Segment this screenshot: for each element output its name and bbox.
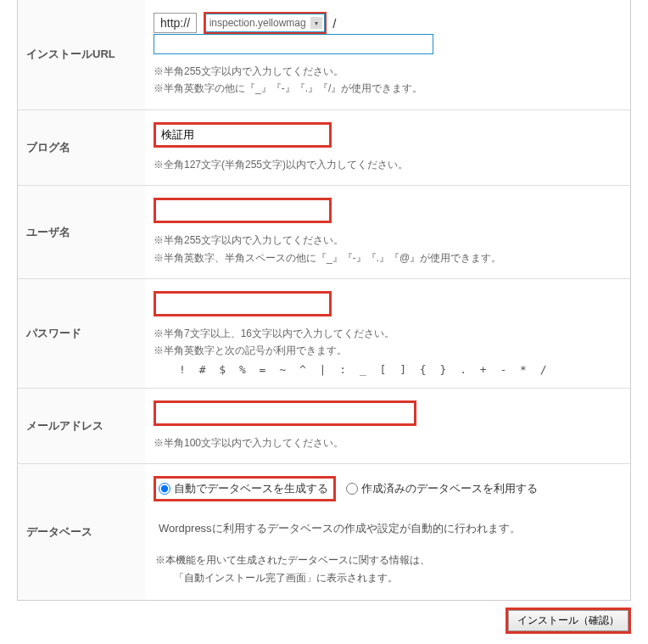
username-input[interactable]: [154, 198, 332, 223]
blog-name-input[interactable]: [154, 122, 332, 148]
path-separator: /: [332, 16, 336, 31]
domain-select[interactable]: inspection.yellowmag ▾: [204, 12, 327, 34]
email-hint: ※半角100文字以内で入力してください。: [154, 434, 622, 451]
row-value-password: ※半角7文字以上、16文字以内で入力してください。 ※半角英数字と次の記号が利用…: [145, 278, 630, 388]
row-value-email: ※半角100文字以内で入力してください。: [145, 388, 630, 463]
db-radio-existing[interactable]: [346, 483, 358, 495]
row-value-install-url: http:// inspection.yellowmag ▾ / ※半角255文…: [145, 0, 630, 109]
db-option-auto-label: 自動でデータベースを生成する: [174, 481, 328, 496]
database-radio-group: 自動でデータベースを生成する 作成済みのデータベースを利用する: [154, 476, 622, 501]
domain-select-value: inspection.yellowmag: [209, 17, 306, 29]
install-url-hint: ※半角255文字以内で入力してください。 ※半角英数字の他に『_』『-』『.』『…: [154, 63, 622, 98]
password-input[interactable]: [154, 291, 332, 316]
footer-notes: ※インストールを行うと、インストール対象フォルダ内に対象スクリプトのファイルがコ…: [0, 639, 648, 644]
url-path-input[interactable]: [154, 34, 433, 54]
blog-name-hint: ※全角127文字(半角255文字)以内で入力してください。: [154, 156, 622, 173]
row-value-database: 自動でデータベースを生成する 作成済みのデータベースを利用する Wordpres…: [145, 464, 630, 600]
row-label-email: メールアドレス: [18, 388, 145, 463]
password-symbols: ! # $ % = ~ ^ | : _ [ ] { } . + - * /: [154, 363, 622, 376]
row-label-password: パスワード: [18, 278, 145, 388]
db-description: Wordpressに利用するデータベースの作成や設定が自動的に行われます。: [154, 518, 622, 540]
db-radio-auto[interactable]: [159, 483, 170, 495]
settings-table: インストールURL http:// inspection.yellowmag ▾…: [18, 0, 630, 600]
install-confirm-button[interactable]: インストール（確認）: [508, 610, 628, 631]
row-label-username: ユーザ名: [18, 186, 145, 279]
url-scheme-box: http://: [154, 13, 197, 33]
db-option-auto[interactable]: 自動でデータベースを生成する: [154, 476, 336, 501]
row-label-install-url: インストールURL: [18, 0, 145, 109]
db-note: ※本機能を用いて生成されたデータベースに関する情報は、 「自動インストール完了画…: [154, 552, 622, 588]
row-value-blog-name: ※全角127文字(半角255文字)以内で入力してください。: [145, 109, 630, 185]
username-hint: ※半角255文字以内で入力してください。 ※半角英数字、半角スペースの他に『_』…: [154, 232, 622, 266]
action-row: インストール（確認）: [0, 601, 648, 639]
chevron-down-icon: ▾: [310, 17, 322, 29]
password-hint: ※半角7文字以上、16文字以内で入力してください。 ※半角英数字と次の記号が利用…: [154, 325, 622, 360]
db-option-existing-label: 作成済みのデータベースを利用する: [361, 481, 538, 496]
email-input[interactable]: [154, 400, 416, 426]
row-value-username: ※半角255文字以内で入力してください。 ※半角英数字、半角スペースの他に『_』…: [145, 186, 630, 279]
form-panel: インストールURL http:// inspection.yellowmag ▾…: [17, 0, 631, 601]
db-option-existing[interactable]: 作成済みのデータベースを利用する: [346, 481, 538, 496]
install-button-highlight: インストール（確認）: [506, 608, 631, 634]
row-label-blog-name: ブログ名: [18, 109, 145, 185]
row-label-database: データベース: [18, 464, 145, 600]
